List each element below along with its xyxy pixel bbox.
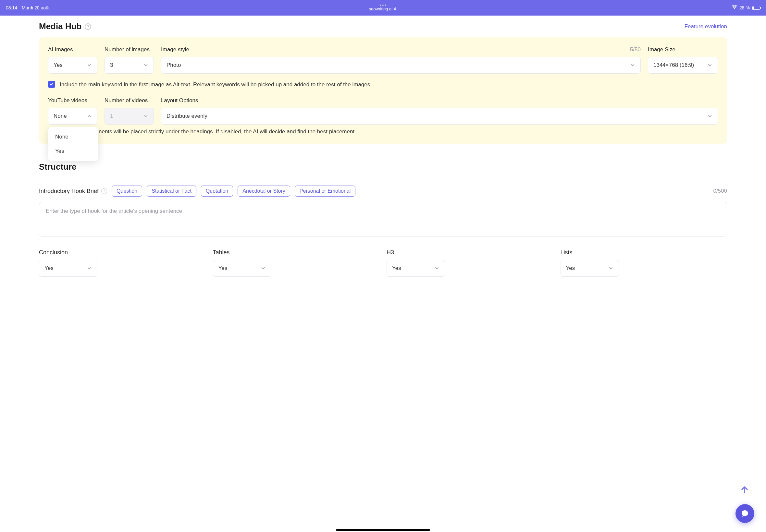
youtube-option-yes[interactable]: Yes — [48, 144, 98, 158]
chip-quotation[interactable]: Quotation — [201, 186, 233, 197]
h3-label: H3 — [387, 249, 553, 256]
chevron-down-icon — [707, 114, 712, 119]
lock-icon — [394, 6, 397, 11]
chip-personal[interactable]: Personal or Emotional — [295, 186, 355, 197]
tables-value: Yes — [218, 265, 227, 272]
hook-label: Introductory Hook Brief ! — [39, 188, 107, 195]
chevron-up-icon — [87, 114, 92, 119]
hook-counter: 0/500 — [713, 188, 727, 194]
chevron-down-icon — [261, 266, 266, 271]
multitask-indicator — [380, 5, 386, 6]
info-icon[interactable]: ! — [101, 188, 107, 194]
chevron-down-icon — [608, 266, 614, 271]
chevron-down-icon — [434, 266, 440, 271]
status-bar: 08:14 Mardi 20 août seowriting.ai 28 % — [0, 0, 766, 16]
h3-value: Yes — [392, 265, 401, 272]
alt-text-checkbox[interactable] — [48, 81, 55, 88]
ai-images-value: Yes — [54, 62, 63, 68]
status-time: 08:14 — [6, 5, 17, 10]
youtube-dropdown: None Yes — [48, 127, 98, 161]
layout-value: Distribute evenly — [166, 113, 207, 119]
chevron-down-icon — [630, 63, 635, 68]
structure-section: Structure Introductory Hook Brief ! Ques… — [39, 162, 727, 277]
youtube-select[interactable]: None — [48, 108, 97, 125]
ai-images-select[interactable]: Yes — [48, 57, 97, 74]
layout-select[interactable]: Distribute evenly — [161, 108, 718, 125]
placement-helper: nents will be placed strictly under the … — [48, 127, 718, 136]
help-icon[interactable]: ? — [85, 23, 91, 30]
chip-question[interactable]: Question — [112, 186, 142, 197]
image-style-value: Photo — [166, 62, 181, 68]
image-style-label: Image style 5/50 — [161, 46, 641, 53]
chip-statistical[interactable]: Statistical or Fact — [147, 186, 196, 197]
chip-anecdotal[interactable]: Anecdotal or Story — [237, 186, 290, 197]
image-size-value: 1344×768 (16:9) — [653, 62, 694, 68]
lists-value: Yes — [566, 265, 575, 272]
num-images-value: 3 — [110, 62, 113, 68]
image-style-counter: 5/50 — [630, 46, 641, 53]
num-images-label: Number of images — [104, 46, 154, 53]
conclusion-select[interactable]: Yes — [39, 260, 97, 277]
hook-textarea[interactable] — [39, 202, 727, 237]
layout-label: Layout Options — [161, 97, 718, 104]
tables-label: Tables — [213, 249, 380, 256]
feature-evolution-link[interactable]: Feature evolution — [685, 23, 727, 30]
status-date: Mardi 20 août — [22, 5, 50, 10]
image-style-select[interactable]: Photo — [161, 57, 641, 74]
battery-icon — [752, 6, 760, 10]
chevron-down-icon — [143, 114, 148, 119]
ai-images-label: AI Images — [48, 46, 97, 53]
num-videos-value: 1 — [110, 113, 113, 119]
structure-title: Structure — [39, 162, 727, 172]
num-images-select[interactable]: 3 — [104, 57, 154, 74]
lists-select[interactable]: Yes — [561, 260, 619, 277]
conclusion-value: Yes — [44, 265, 54, 272]
lists-label: Lists — [561, 249, 727, 256]
battery-percent: 28 % — [739, 5, 750, 10]
conclusion-label: Conclusion — [39, 249, 206, 256]
tables-select[interactable]: Yes — [213, 260, 271, 277]
wifi-icon — [732, 5, 737, 10]
status-domain: seowriting.ai — [369, 6, 393, 11]
page-header: Media Hub ? Feature evolution — [39, 16, 727, 37]
media-hub-card: AI Images Yes Number of images 3 Image s… — [39, 37, 727, 144]
h3-select[interactable]: Yes — [387, 260, 445, 277]
image-size-select[interactable]: 1344×768 (16:9) — [648, 57, 718, 74]
chevron-down-icon — [87, 266, 92, 271]
chevron-down-icon — [87, 63, 92, 68]
youtube-label: YouTube videos — [48, 97, 97, 104]
svg-rect-0 — [395, 8, 396, 10]
page-title: Media Hub — [39, 21, 81, 31]
num-videos-label: Number of videos — [104, 97, 154, 104]
chevron-down-icon — [707, 63, 712, 68]
image-size-label: Image Size — [648, 46, 718, 53]
youtube-value: None — [54, 113, 67, 119]
num-videos-select: 1 — [104, 108, 154, 125]
alt-text-label: Include the main keyword in the first im… — [60, 80, 371, 89]
chevron-down-icon — [143, 63, 148, 68]
youtube-option-none[interactable]: None — [48, 130, 98, 144]
